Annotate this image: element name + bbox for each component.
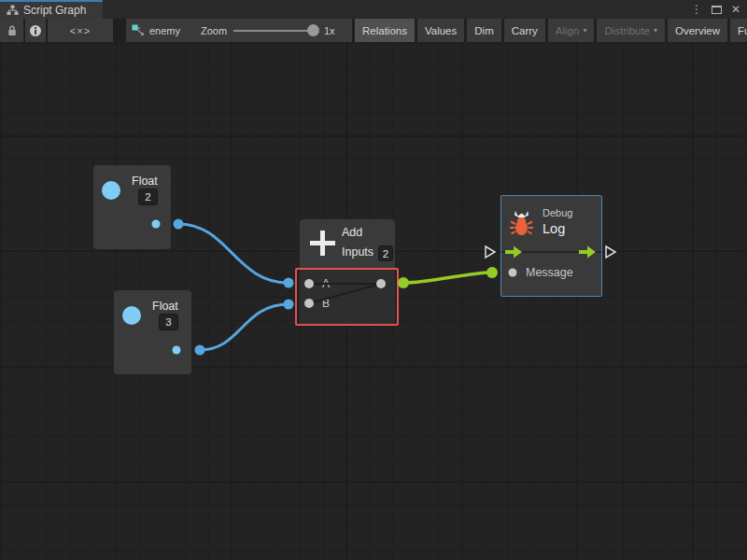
flow-input-triangle[interactable] (486, 246, 495, 258)
node-debug-log[interactable]: Debug Log Message (500, 195, 602, 297)
title-bar: Script Graph ⋮ ✕ (0, 0, 747, 19)
add-inputs-label: Inputs (342, 245, 374, 259)
float-type-icon (102, 181, 120, 200)
info-button[interactable] (25, 19, 46, 42)
zoom-label: Zoom (201, 25, 227, 36)
maximize-icon[interactable] (712, 6, 722, 14)
toolbar-button-label: Carry (512, 25, 538, 36)
window-menu-icon[interactable]: ⋮ (691, 4, 702, 15)
zoom-slider-handle[interactable] (307, 24, 319, 36)
wire-add-to-message[interactable] (403, 273, 492, 283)
port-message-label: Message (526, 266, 573, 279)
toolbar-button-relations[interactable]: Relations (355, 19, 415, 42)
graph-context-segment: enemy Zoom 1x (126, 19, 352, 42)
node-title: Add (342, 226, 362, 239)
code-view-button[interactable]: <×> (48, 19, 113, 42)
debug-bug-icon (509, 210, 534, 240)
wire-endpoint (284, 300, 294, 310)
graph-canvas[interactable]: Float 2 Float 3 Add Inputs 2 A B (0, 42, 747, 560)
add-inputs-count-field[interactable]: 2 (378, 245, 393, 261)
toolbar-button-overview[interactable]: Overview (668, 19, 727, 42)
graph-asset-icon (132, 24, 146, 36)
float-value-field[interactable]: 2 (138, 189, 158, 205)
wire-endpoint (398, 277, 409, 288)
toolbar-button-label: Relations (362, 25, 407, 36)
toolbar-button-distribute: Distribute▾ (597, 19, 665, 42)
toolbar-button-carry[interactable]: Carry (504, 19, 545, 42)
zoom-value: 1x (324, 25, 335, 36)
close-icon[interactable]: ✕ (731, 4, 740, 15)
graph-tree-icon (7, 5, 19, 16)
node-title: Float (152, 300, 178, 313)
zoom-slider-track[interactable] (233, 30, 316, 32)
toolbar-button-label: Overview (675, 25, 720, 36)
wire-float1-to-a[interactable] (178, 224, 289, 283)
code-icon: <×> (70, 25, 91, 36)
toolbar-button-label: Values (425, 25, 457, 36)
float-value-field[interactable]: 3 (159, 314, 178, 330)
toolbar-buttons: RelationsValuesDimCarryAlign▾Distribute▾… (355, 19, 747, 42)
toolbar: <×> enemy Zoom 1x RelationsValuesDimCarr… (0, 19, 747, 42)
toolbar-button-values[interactable]: Values (417, 19, 464, 42)
wire-endpoint (195, 345, 205, 356)
add-plus-icon (310, 231, 335, 256)
wire-endpoint (486, 267, 498, 278)
selection-highlight (295, 268, 399, 326)
node-float-2[interactable]: Float 3 (114, 290, 191, 374)
tab-title: Script Graph (23, 4, 86, 17)
toolbar-button-dim[interactable]: Dim (467, 19, 500, 42)
node-float-1[interactable]: Float 2 (93, 165, 171, 249)
toolbar-button-full-screen[interactable]: Full Screen (730, 19, 747, 42)
toolbar-button-label: Full Screen (738, 25, 747, 36)
toolbar-button-label: Align (556, 25, 580, 36)
toolbar-button-align: Align▾ (548, 19, 595, 42)
tab-script-graph[interactable]: Script Graph (0, 0, 103, 19)
graph-name-label[interactable]: enemy (149, 25, 180, 36)
node-add-header[interactable]: Add Inputs 2 (300, 219, 395, 268)
script-graph-window: Script Graph ⋮ ✕ <×> (0, 0, 747, 560)
toolbar-button-label: Distribute (604, 25, 650, 36)
flow-output-triangle[interactable] (606, 246, 615, 258)
lock-button[interactable] (0, 19, 23, 42)
node-title: Float (132, 175, 158, 188)
wire-endpoint (174, 219, 184, 230)
chevron-down-icon: ▾ (654, 26, 657, 35)
lock-icon (7, 24, 18, 37)
toolbar-button-label: Dim (474, 25, 493, 36)
wire-endpoint (284, 278, 294, 288)
float-type-icon (122, 306, 141, 325)
node-title: Log (543, 221, 565, 236)
info-icon (29, 24, 42, 37)
wire-float2-to-b[interactable] (200, 304, 289, 350)
window-controls: ⋮ ✕ (691, 0, 747, 19)
chevron-down-icon: ▾ (583, 26, 586, 35)
node-category: Debug (543, 207, 572, 218)
